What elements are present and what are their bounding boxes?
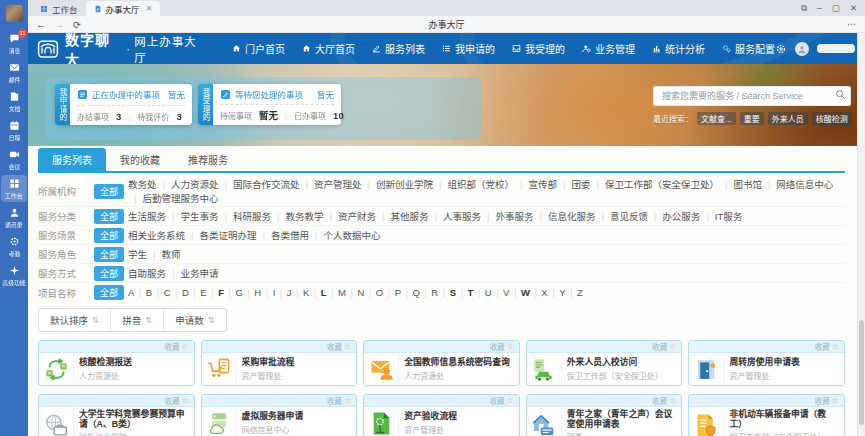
filter-option[interactable]: 科研服务 [219, 209, 271, 223]
service-card-0[interactable]: 收藏☆核酸检测报送人力资源处 [38, 340, 195, 386]
filter-option[interactable]: S [438, 287, 456, 298]
filter-option[interactable]: 人力资源处 [157, 177, 219, 191]
sidebar-item-grid[interactable]: 工作台 [1, 175, 27, 202]
filter-option[interactable]: 业务申请 [166, 266, 218, 280]
close-icon[interactable]: ✕ [850, 4, 857, 13]
service-card-7[interactable]: 收藏☆资产验收流程资产管理处 [363, 394, 520, 436]
sidebar-item-meeting[interactable]: 会议 [1, 146, 27, 173]
filter-option[interactable]: 网络信息中心 [762, 177, 833, 191]
pending-link[interactable]: 暂无 [317, 88, 334, 100]
filter-option[interactable]: 相关业务系统 [128, 228, 185, 242]
nav-item-0[interactable]: 门户首页 [232, 41, 285, 56]
service-card-4[interactable]: 收藏☆周转房使用申请表资产管理处 [688, 340, 845, 386]
filter-option[interactable]: H [243, 287, 261, 298]
filter-option[interactable]: 各类证明办理 [185, 228, 256, 242]
filter-option[interactable]: 外事服务 [481, 209, 533, 223]
filter-option[interactable]: V [492, 287, 510, 298]
nav-item-2[interactable]: 服务列表 [372, 41, 425, 56]
service-card-6[interactable]: 收藏☆虚拟服务器申请网络信息中心 [201, 394, 358, 436]
filter-all-chip[interactable]: 全部 [94, 266, 124, 281]
refresh-icon[interactable]: ⟳ [73, 19, 81, 30]
filter-option[interactable]: 团委 [557, 177, 590, 191]
sort-button-1[interactable]: 拼音⇅ [110, 309, 163, 331]
browser-tab-0[interactable]: 工作台 [32, 1, 86, 16]
filter-option[interactable]: O [364, 287, 383, 298]
my-handled-card[interactable]: 我受理的 等待您处理的事项 暂无 待阅事项 暂无 | 已办事项 10 [198, 84, 341, 125]
filter-option[interactable]: U [473, 287, 491, 298]
favorite-star-icon[interactable]: ☆ [669, 343, 676, 351]
avatar[interactable] [795, 42, 809, 56]
filter-option[interactable]: Q [401, 287, 420, 298]
nav-item-1[interactable]: 大厅首页 [302, 41, 355, 56]
filter-option[interactable]: 学生事务 [166, 209, 218, 223]
sort-button-0[interactable]: 默认排序⇅ [39, 309, 110, 331]
filter-option[interactable]: IT服务 [700, 209, 742, 223]
filter-option[interactable]: 信息化服务 [533, 209, 595, 223]
filter-all-chip[interactable]: 全部 [94, 209, 124, 224]
filter-option[interactable]: R [420, 287, 438, 298]
filter-all-chip[interactable]: 全部 [94, 228, 124, 243]
filter-option[interactable]: 资产管理处 [300, 177, 362, 191]
nav-item-5[interactable]: 业务管理 [582, 41, 635, 56]
my-applied-tab[interactable]: 我申请的 [55, 84, 70, 125]
filter-all-chip[interactable]: 全部 [94, 285, 124, 300]
user-avatar[interactable] [6, 5, 23, 22]
filter-all-chip[interactable]: 全部 [94, 184, 124, 199]
tab-服务列表[interactable]: 服务列表 [38, 148, 106, 171]
back-icon[interactable]: ← [36, 19, 46, 30]
filter-option[interactable]: Z [566, 287, 583, 298]
filter-option[interactable]: 自助服务 [128, 266, 166, 280]
filter-option[interactable]: 个人数据中心 [309, 228, 380, 242]
favorite-star-icon[interactable]: ☆ [181, 397, 188, 405]
filter-option[interactable]: 保卫工作部（安全保卫处） [590, 177, 718, 191]
filter-option[interactable]: P [383, 287, 401, 298]
service-card-8[interactable]: 收藏☆青年之家（青年之声）会议室使用申请表团委 [526, 394, 683, 436]
favorite-star-icon[interactable]: ☆ [832, 343, 839, 351]
filter-option[interactable]: F [207, 287, 224, 298]
filter-option[interactable]: 生活服务 [128, 209, 166, 223]
filter-option[interactable]: 图书馆 [719, 177, 762, 191]
filter-option[interactable]: 教务教学 [271, 209, 323, 223]
filter-option[interactable]: 后勤管理服务中心 [128, 191, 218, 205]
filter-all-chip[interactable]: 全部 [94, 247, 124, 262]
search-input[interactable] [653, 86, 851, 106]
nav-item-6[interactable]: 统计分析 [652, 41, 705, 56]
sidebar-item-calendar[interactable]: 日程 [1, 117, 27, 144]
sidebar-item-mail[interactable]: 邮件 [1, 59, 27, 86]
search-icon[interactable] [835, 89, 846, 100]
scrollbar-track[interactable] [857, 33, 865, 436]
filter-option[interactable]: C [152, 287, 170, 298]
filter-option[interactable]: E [189, 287, 207, 298]
filter-option[interactable]: 其他服务 [376, 209, 428, 223]
filter-option[interactable]: I [261, 287, 275, 298]
favorite-star-icon[interactable]: ☆ [507, 397, 514, 405]
scrollbar-thumb[interactable] [859, 320, 864, 425]
filter-option[interactable]: B [134, 287, 152, 298]
tab-close-icon[interactable]: ✕ [146, 4, 153, 13]
settings-gear-icon[interactable] [775, 43, 787, 55]
sidebar-item-contacts[interactable]: 通讯录 [1, 204, 27, 231]
filter-option[interactable]: J [275, 287, 291, 298]
filter-option[interactable]: Y [548, 287, 566, 298]
nav-item-4[interactable]: 我受理的 [512, 41, 565, 56]
service-card-3[interactable]: 收藏☆外来人员入校访问保卫工作部（安全保卫处） [526, 340, 683, 386]
filter-option[interactable]: M [327, 287, 346, 298]
popout-icon[interactable]: ⧉ [801, 4, 807, 13]
nav-item-7[interactable]: 服务配置 [722, 41, 775, 56]
recent-search-tag-0[interactable]: 文献查... [697, 112, 736, 125]
recent-search-tag-1[interactable]: 重要 [740, 112, 764, 125]
filter-option[interactable]: 学生 [128, 247, 147, 261]
filter-option[interactable]: 资产财务 [323, 209, 375, 223]
filter-option[interactable]: D [171, 287, 189, 298]
sidebar-item-docfold[interactable]: 文档 [1, 88, 27, 115]
sort-button-2[interactable]: 申请数⇅ [163, 309, 226, 331]
filter-option[interactable]: K [291, 287, 309, 298]
filter-option[interactable]: N [346, 287, 364, 298]
tab-推荐服务[interactable]: 推荐服务 [174, 148, 242, 171]
tab-我的收藏[interactable]: 我的收藏 [106, 148, 174, 171]
my-handled-tab[interactable]: 我受理的 [198, 84, 213, 125]
filter-option[interactable]: 组织部（党校） [433, 177, 514, 191]
filter-option[interactable]: 教务处 [128, 177, 157, 191]
forward-icon[interactable]: → [55, 19, 65, 30]
filter-option[interactable]: W [509, 287, 529, 298]
